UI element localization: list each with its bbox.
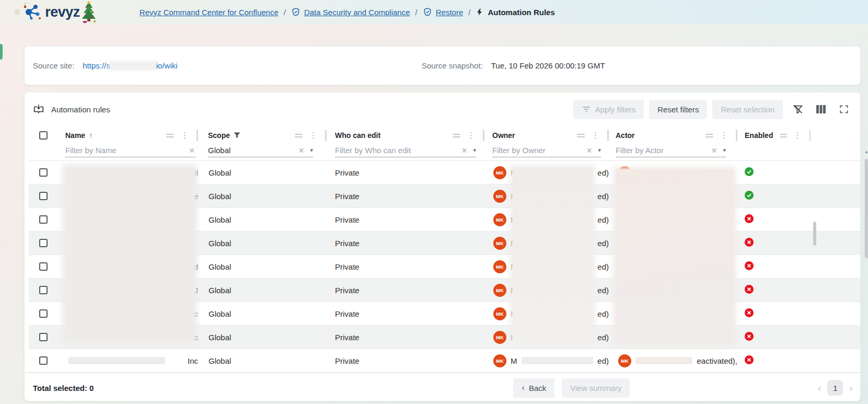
clear-filter-icon[interactable]: ✕ — [710, 146, 719, 155]
pagination-previous-icon[interactable]: ‹ — [818, 382, 821, 394]
enabled-status-cell — [737, 238, 811, 248]
dropdown-caret-icon[interactable]: ▾ — [598, 147, 601, 154]
table-scrollbar-thumb[interactable] — [813, 222, 816, 246]
column-resize-handle[interactable] — [295, 134, 303, 137]
fullscreen-button[interactable] — [836, 101, 852, 117]
column-header-scope[interactable]: Scope — [208, 131, 230, 140]
scope-cell: Global — [198, 309, 327, 318]
column-header-name[interactable]: Name — [65, 131, 85, 140]
scope-cell: Global — [198, 215, 327, 224]
scope-filter-input[interactable] — [208, 146, 297, 155]
clear-filter-icon[interactable]: ✕ — [297, 146, 306, 155]
dropdown-caret-icon[interactable]: ▾ — [310, 147, 313, 154]
columns-icon — [816, 105, 826, 114]
who-can-edit-filter-input[interactable] — [335, 146, 460, 155]
owner-name-suffix: ed) — [597, 239, 609, 248]
filter-list-icon — [582, 106, 591, 113]
row-checkbox-cell — [29, 309, 58, 318]
row-checkbox[interactable] — [39, 286, 48, 294]
who-can-edit-cell: Private — [327, 356, 484, 365]
enabled-status-cell — [737, 214, 811, 225]
column-header-enabled[interactable]: Enabled — [745, 131, 773, 140]
sort-ascending-icon[interactable]: ↑ — [89, 131, 92, 140]
disabled-cross-icon — [745, 357, 754, 366]
breadcrumb-link-command-center[interactable]: Revyz Command Center for Confluence — [140, 8, 279, 17]
left-edge-scroll-indicator[interactable] — [0, 44, 3, 60]
clear-filter-icon[interactable]: ✕ — [460, 146, 469, 155]
column-menu-icon[interactable]: ⋮ — [309, 131, 317, 140]
breadcrumb-link-restore[interactable]: Restore — [436, 8, 464, 17]
scrollbar-up-arrow-icon[interactable]: ▲ — [864, 149, 868, 154]
row-checkbox[interactable] — [39, 309, 48, 318]
window-scrollbar[interactable]: ▲ — [864, 130, 868, 401]
rule-name-fragment: Inc — [188, 356, 198, 365]
column-resize-handle[interactable] — [166, 134, 174, 137]
column-resize-handle[interactable] — [453, 134, 460, 137]
import-tray-icon — [33, 103, 44, 115]
row-checkbox[interactable] — [39, 239, 48, 247]
actor-name-suffix: eactivated), — [697, 356, 737, 365]
column-header-owner[interactable]: Owner — [492, 131, 515, 140]
owner-filter-input[interactable] — [492, 146, 585, 155]
clear-filter-icon[interactable]: ✕ — [585, 146, 594, 155]
column-header-actor[interactable]: Actor — [616, 131, 635, 140]
column-resize-handle[interactable] — [577, 134, 585, 137]
column-menu-icon[interactable]: ⋮ — [720, 131, 728, 140]
redaction-overlay-actor-column — [616, 169, 734, 344]
source-site-link[interactable]: https://sio/wiki — [83, 61, 177, 70]
column-menu-icon[interactable]: ⋮ — [794, 131, 802, 140]
row-checkbox[interactable] — [39, 262, 48, 271]
column-menu-icon[interactable]: ⋮ — [467, 131, 475, 140]
row-checkbox-cell — [29, 262, 58, 271]
owner-avatar: MK — [493, 190, 506, 203]
column-header-who-can-edit[interactable]: Who can edit — [335, 131, 380, 140]
row-checkbox[interactable] — [39, 356, 48, 365]
table-body: e wlGlobalPrivateMKMed)MKtheGlobalPrivat… — [29, 160, 860, 373]
pagination-page-1[interactable]: 1 — [827, 380, 843, 396]
breadcrumb-link-data-security[interactable]: Data Security and Compliance — [304, 8, 410, 17]
breadcrumb-separator: / — [468, 8, 470, 17]
row-checkbox-cell — [29, 286, 58, 294]
row-checkbox[interactable] — [39, 215, 48, 224]
redacted-site-name — [110, 62, 156, 70]
owner-avatar: MK — [493, 237, 506, 250]
enabled-status-cell — [737, 191, 811, 201]
row-checkbox[interactable] — [39, 168, 48, 177]
source-info-panel: Source site: https://sio/wiki Source sna… — [24, 46, 861, 85]
column-resize-handle[interactable] — [705, 134, 713, 137]
christmas-tree-decoration-icon — [79, 1, 99, 24]
row-checkbox[interactable] — [39, 192, 48, 200]
dropdown-caret-icon[interactable]: ▾ — [723, 147, 726, 154]
dropdown-caret-icon[interactable]: ▾ — [473, 147, 476, 154]
actor-avatar: MK — [618, 354, 631, 367]
table-row: IncGlobalPrivateMKMed)MKeactivated), — [29, 349, 860, 373]
window-scrollbar-thumb[interactable] — [865, 159, 868, 258]
scope-cell: Global — [198, 168, 327, 177]
select-all-checkbox[interactable] — [39, 131, 48, 140]
column-resize-handle[interactable] — [780, 134, 786, 137]
reset-filters-button[interactable]: Reset filters — [649, 100, 707, 119]
pagination-next-icon[interactable]: › — [849, 382, 853, 394]
column-menu-icon[interactable]: ⋮ — [592, 131, 599, 140]
reset-selection-button[interactable]: Reset selection — [712, 100, 783, 119]
view-summary-button[interactable]: View summary — [562, 378, 630, 398]
enabled-check-icon — [745, 169, 754, 178]
app-viewport: ❅ revyz — [0, 0, 868, 404]
row-checkbox-cell — [29, 239, 58, 247]
clear-filter-icon[interactable]: ✕ — [188, 146, 196, 155]
clear-all-filters-button[interactable] — [790, 101, 806, 117]
apply-filters-button[interactable]: Apply filters — [573, 100, 644, 119]
disabled-cross-icon — [745, 263, 754, 272]
row-checkbox[interactable] — [39, 333, 48, 341]
who-can-edit-cell: Private — [327, 215, 484, 224]
column-menu-icon[interactable]: ⋮ — [181, 131, 189, 140]
automation-rules-panel: Automation rules Apply filters Reset fil… — [24, 92, 861, 401]
table-toolbar: Automation rules Apply filters Reset fil… — [25, 93, 860, 126]
name-filter-input[interactable] — [65, 146, 188, 155]
breadcrumb-current-page: Automation Rules — [476, 7, 554, 17]
enabled-status-cell — [737, 285, 811, 295]
back-button[interactable]: ‹ Back — [513, 378, 554, 398]
column-settings-button[interactable] — [813, 101, 829, 117]
actor-filter-input[interactable] — [616, 146, 710, 155]
owner-name-suffix: ed) — [597, 309, 609, 318]
